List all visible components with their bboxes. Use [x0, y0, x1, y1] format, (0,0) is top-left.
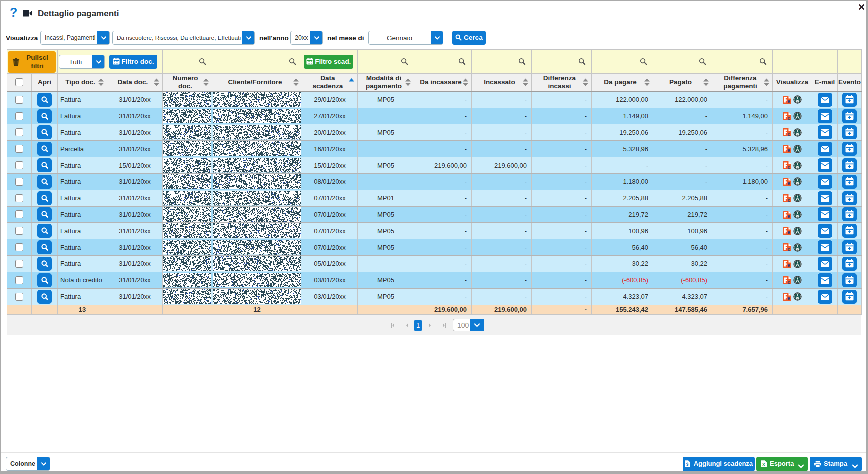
- svg-text:e: e: [787, 214, 790, 218]
- svg-text:e: e: [787, 296, 790, 300]
- svg-text:e: e: [787, 132, 790, 136]
- svg-text:$: $: [686, 462, 689, 467]
- svg-text:e: e: [787, 246, 790, 252]
- svg-text:e: e: [787, 230, 790, 235]
- svg-text:e: e: [787, 197, 790, 202]
- svg-text:e: e: [787, 115, 790, 120]
- svg-text:e: e: [787, 180, 790, 186]
- svg-text:e: e: [787, 279, 790, 284]
- svg-text:e: e: [787, 164, 790, 170]
- svg-text:e: e: [787, 263, 790, 268]
- svg-text:e: e: [787, 98, 790, 104]
- svg-text:e: e: [787, 148, 790, 153]
